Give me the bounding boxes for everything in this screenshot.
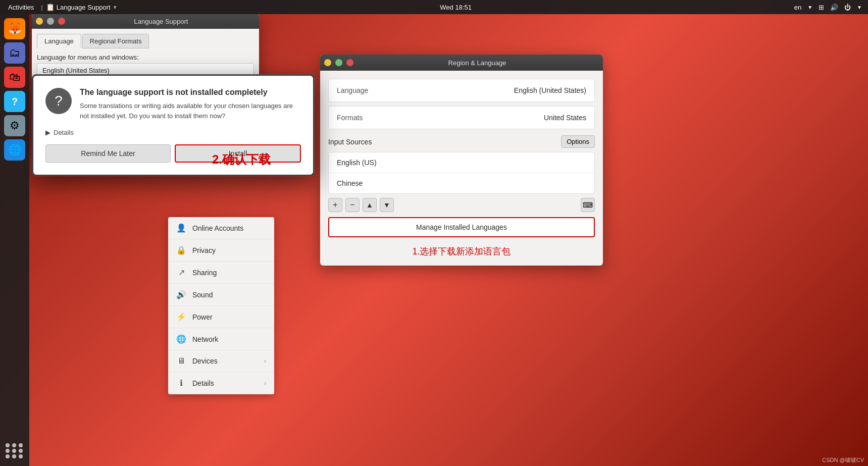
sidebar-label-privacy: Privacy <box>192 246 216 254</box>
lang-unmax-button[interactable] <box>47 18 54 25</box>
language-label: Language <box>337 86 397 94</box>
online-accounts-icon: 👤 <box>176 223 186 233</box>
lang-close-button[interactable] <box>58 18 65 25</box>
input-source-chinese[interactable]: Chinese <box>329 173 594 193</box>
dock-browser[interactable]: 🌐 <box>4 139 25 161</box>
formats-row[interactable]: Formats United States <box>328 106 595 129</box>
dialog-heading: The language support is not installed co… <box>80 88 301 97</box>
sharing-icon: ↗ <box>176 268 186 277</box>
manage-installed-languages-button[interactable]: Manage Installed Languages <box>328 217 595 237</box>
network-icon: 🌐 <box>176 334 186 344</box>
dialog-details-toggle[interactable]: ▶ Details <box>45 129 301 136</box>
sidebar-item-sharing[interactable]: ↗ Sharing <box>168 262 274 284</box>
region-content: Language English (United States) Formats… <box>320 71 603 266</box>
settings-sidebar: 👤 Online Accounts 🔒 Privacy ↗ Sharing 🔊 … <box>168 217 274 394</box>
input-sources-label: Input Sources <box>328 138 372 146</box>
remove-source-button[interactable]: − <box>345 198 360 212</box>
sidebar-item-privacy[interactable]: 🔒 Privacy <box>168 239 274 262</box>
dock-firefox[interactable]: 🦊 <box>4 18 25 39</box>
power-icon: ⚡ <box>176 312 186 322</box>
dialog-body: Some translations or writing aids availa… <box>80 101 301 121</box>
region-language-window: Region & Language Language English (Unit… <box>320 55 603 266</box>
system-menu-icon: ▼ <box>857 5 862 10</box>
language-value: English (United States) <box>397 86 586 94</box>
dock-software[interactable]: 🛍 <box>4 67 25 88</box>
lang-minimize-button[interactable] <box>36 18 43 25</box>
dialog-question-icon: ? <box>45 88 72 114</box>
sidebar-label-sharing: Sharing <box>192 269 217 277</box>
options-button[interactable]: Options <box>561 135 595 148</box>
formats-value: United States <box>397 114 586 122</box>
sidebar-label-details: Details <box>192 379 214 387</box>
annotation-step2: 2.确认下载 <box>212 151 271 168</box>
taskbar: Activities | 📋 Language Support ▼ Wed 18… <box>0 0 868 14</box>
region-close-button[interactable] <box>346 59 353 66</box>
dialog-text: The language support is not installed co… <box>80 88 301 121</box>
lang-support-titlebar: Language Support <box>32 14 259 29</box>
sidebar-label-online-accounts: Online Accounts <box>192 224 243 232</box>
input-source-list: English (US) Chinese <box>328 152 595 194</box>
details-label: Details <box>54 129 74 136</box>
language-for-menus-label: Language for menus and windows: <box>37 54 254 61</box>
sidebar-label-devices: Devices <box>192 357 218 365</box>
sidebar-item-sound[interactable]: 🔊 Sound <box>168 284 274 306</box>
language-row[interactable]: Language English (United States) <box>328 79 595 102</box>
show-applications-button[interactable] <box>6 442 24 460</box>
watermark: CSDN @唛唛CV <box>822 456 864 464</box>
volume-icon: 🔊 <box>830 4 838 11</box>
dialog-header: ? The language support is not installed … <box>45 88 301 121</box>
sound-icon: 🔊 <box>176 290 186 299</box>
power-icon: ⏻ <box>844 4 851 11</box>
sidebar-item-power[interactable]: ⚡ Power <box>168 306 274 328</box>
clock: Wed 18:51 <box>440 4 472 11</box>
region-window-titlebar: Region & Language <box>320 55 603 71</box>
dialog-inner: ? The language support is not installed … <box>33 76 313 175</box>
formats-label: Formats <box>337 114 397 122</box>
dock-files[interactable]: 🗂 <box>4 42 25 64</box>
sidebar-label-power: Power <box>192 313 213 321</box>
devices-arrow-icon: › <box>264 357 266 365</box>
move-up-button[interactable]: ▲ <box>363 198 377 212</box>
language-indicator[interactable]: en <box>794 4 801 11</box>
sidebar-item-online-accounts[interactable]: 👤 Online Accounts <box>168 217 274 239</box>
network-status-icon: ⊞ <box>819 4 824 11</box>
chinese-label: Chinese <box>337 179 363 187</box>
application-dock: 🦊 🗂 🛍 ? ⚙ 🌐 <box>0 14 29 466</box>
tab-language[interactable]: Language <box>37 34 81 48</box>
sidebar-item-network[interactable]: 🌐 Network <box>168 328 274 350</box>
english-us-label: English (US) <box>337 159 377 167</box>
incomplete-language-dialog: ? The language support is not installed … <box>32 74 315 176</box>
sidebar-label-network: Network <box>192 335 218 343</box>
input-source-controls: + − ▲ ▼ ⌨ <box>328 198 595 212</box>
dock-settings[interactable]: ⚙ <box>4 115 25 136</box>
activities-button[interactable]: Activities <box>4 4 38 11</box>
active-app-name: 📋 Language Support ▼ <box>46 3 118 11</box>
lang-dropdown-icon: ▼ <box>807 5 812 10</box>
lang-support-title: Language Support <box>67 18 255 25</box>
input-source-english[interactable]: English (US) <box>329 152 594 173</box>
annotation-step1: 1.选择下载新添加语言包 <box>328 245 595 257</box>
details-arrow-icon: › <box>264 380 266 387</box>
region-maximize-button[interactable] <box>335 59 342 66</box>
dock-help[interactable]: ? <box>4 91 25 112</box>
keyboard-preview-button[interactable]: ⌨ <box>581 198 595 212</box>
tab-regional-formats[interactable]: Regional Formats <box>82 34 149 48</box>
region-window-title: Region & Language <box>355 59 599 67</box>
sidebar-item-devices[interactable]: 🖥 Devices › <box>168 350 274 372</box>
region-minimize-button[interactable] <box>324 59 331 66</box>
region-window-controls <box>324 59 355 66</box>
remind-later-button[interactable]: Remind Me Later <box>45 144 171 163</box>
details-icon: ℹ <box>176 378 186 388</box>
sidebar-item-details[interactable]: ℹ Details › <box>168 372 274 394</box>
input-sources-header: Input Sources Options <box>328 135 595 148</box>
privacy-icon: 🔒 <box>176 245 186 255</box>
move-down-button[interactable]: ▼ <box>380 198 394 212</box>
devices-icon: 🖥 <box>176 356 186 366</box>
add-source-button[interactable]: + <box>328 198 342 212</box>
sidebar-label-sound: Sound <box>192 291 213 299</box>
lang-tabs: Language Regional Formats <box>37 34 254 48</box>
details-triangle-icon: ▶ <box>45 129 50 136</box>
